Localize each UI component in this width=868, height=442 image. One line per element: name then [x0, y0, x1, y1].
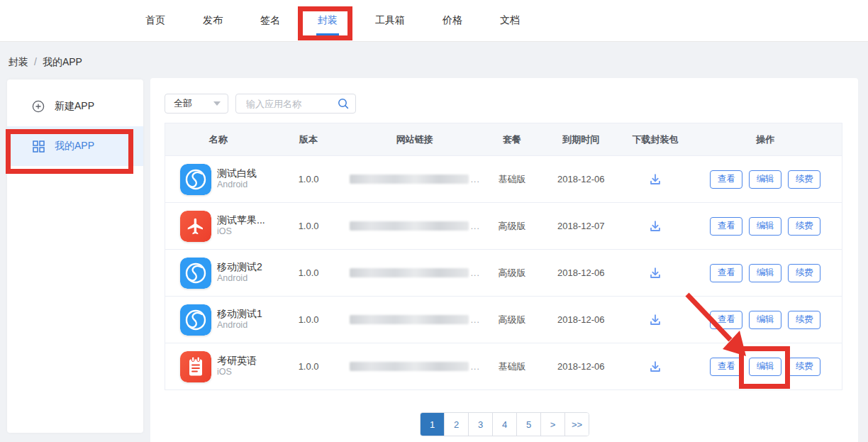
sidebar-item-label: 新建APP: [55, 100, 94, 113]
table-row: 移动测试1 Android 1.0.0 ... 高级版 2018-12-06 查…: [165, 297, 842, 343]
nav-item-sign[interactable]: 签名: [260, 10, 280, 31]
nav-item-toolbox[interactable]: 工具箱: [375, 10, 405, 31]
expiry-date: 2018-12-06: [540, 174, 622, 184]
nav-item-home[interactable]: 首页: [145, 10, 165, 31]
main-panel: 全部 名称 版本 网站链接 套餐 到期时间 下载封装包 操作: [150, 78, 858, 442]
app-platform: iOS: [217, 367, 257, 378]
col-header-version: 版本: [272, 133, 346, 146]
notepad-app-icon: [180, 351, 211, 382]
download-icon[interactable]: [647, 265, 664, 282]
s-logo-app-icon: [180, 258, 211, 289]
app-version: 1.0.0: [272, 174, 346, 184]
edit-button[interactable]: 编辑: [749, 311, 781, 329]
nav-item-publish[interactable]: 发布: [203, 10, 223, 31]
renew-button[interactable]: 续费: [788, 358, 820, 376]
search-box: [235, 94, 356, 114]
download-icon[interactable]: [647, 311, 664, 328]
app-name: 移动测试2: [217, 261, 262, 274]
table-row: 测试苹果... iOS 1.0.0 ... 高级版 2018-12-07 查看 …: [165, 203, 842, 250]
website-link-redacted: ...: [346, 315, 484, 325]
expiry-date: 2018-12-06: [540, 267, 622, 278]
app-platform: iOS: [217, 226, 265, 238]
page-next[interactable]: >: [541, 413, 565, 436]
plan-label: 高级版: [484, 314, 540, 326]
website-link-redacted: ...: [346, 362, 484, 372]
page-3[interactable]: 3: [469, 413, 493, 436]
app-name: 移动测试1: [217, 308, 262, 321]
breadcrumb-separator: /: [34, 56, 37, 67]
plus-circle-icon: [32, 100, 45, 113]
col-header-plan: 套餐: [484, 133, 540, 146]
view-button[interactable]: 查看: [710, 217, 742, 236]
breadcrumb: 封装/我的APP: [9, 56, 82, 69]
app-platform: Android: [217, 320, 262, 331]
table-header: 名称 版本 网站链接 套餐 到期时间 下载封装包 操作: [165, 123, 842, 156]
category-select-value: 全部: [174, 97, 192, 110]
app-platform: Android: [217, 179, 257, 191]
app-version: 1.0.0: [272, 314, 346, 325]
breadcrumb-parent[interactable]: 封装: [9, 56, 28, 67]
edit-button[interactable]: 编辑: [749, 217, 781, 236]
plan-label: 高级版: [484, 267, 540, 280]
app-version: 1.0.0: [272, 361, 346, 372]
top-navbar: 首页 发布 签名 封装 工具箱 价格 文档: [0, 0, 868, 42]
download-icon[interactable]: [647, 218, 664, 235]
plan-label: 基础版: [484, 360, 540, 373]
expiry-date: 2018-12-06: [540, 361, 622, 372]
col-header-download: 下载封装包: [622, 133, 689, 146]
category-select[interactable]: 全部: [165, 94, 228, 114]
breadcrumb-current: 我的APP: [43, 56, 82, 67]
expiry-date: 2018-12-07: [540, 221, 622, 231]
nav-item-price[interactable]: 价格: [443, 10, 462, 31]
apps-table: 名称 版本 网站链接 套餐 到期时间 下载封装包 操作 测试白线 Android…: [165, 123, 842, 390]
page-4[interactable]: 4: [493, 413, 517, 436]
view-button[interactable]: 查看: [710, 170, 742, 189]
view-button[interactable]: 查看: [710, 311, 742, 329]
edit-button-highlighted[interactable]: 编辑: [749, 358, 781, 376]
nav-item-docs[interactable]: 文档: [500, 10, 520, 31]
sidebar-item-new-app[interactable]: 新建APP: [7, 87, 143, 126]
s-logo-app-icon: [180, 164, 211, 195]
page-2[interactable]: 2: [445, 413, 469, 436]
s-logo-app-icon: [180, 304, 211, 336]
app-version: 1.0.0: [272, 221, 346, 231]
renew-button[interactable]: 续费: [788, 217, 820, 236]
renew-button[interactable]: 续费: [788, 264, 820, 282]
edit-button[interactable]: 编辑: [749, 264, 781, 282]
search-input[interactable]: [245, 98, 337, 110]
download-icon[interactable]: [647, 358, 664, 375]
edit-button[interactable]: 编辑: [749, 170, 781, 189]
nav-menu: 首页 发布 签名 封装 工具箱 价格 文档: [0, 0, 868, 41]
website-link-redacted: ...: [346, 268, 484, 278]
col-header-name: 名称: [165, 133, 272, 146]
renew-button[interactable]: 续费: [788, 311, 820, 329]
sidebar-item-my-app[interactable]: 我的APP: [7, 126, 143, 166]
app-version: 1.0.0: [272, 267, 346, 278]
chevron-down-icon: [213, 101, 221, 106]
view-button[interactable]: 查看: [710, 358, 742, 376]
download-icon[interactable]: [647, 171, 664, 188]
app-platform: Android: [217, 273, 262, 284]
search-icon[interactable]: [337, 97, 350, 110]
filter-row: 全部: [165, 94, 356, 114]
plan-label: 基础版: [484, 173, 540, 186]
plane-app-icon: [180, 211, 211, 242]
page-5[interactable]: 5: [517, 413, 541, 436]
view-button[interactable]: 查看: [710, 264, 742, 282]
pagination: 1 2 3 4 5 > >>: [420, 412, 589, 436]
renew-button[interactable]: 续费: [788, 170, 820, 189]
sidebar: 新建APP 我的APP: [7, 79, 143, 433]
col-header-expiry: 到期时间: [540, 133, 622, 146]
table-row: 考研英语 iOS 1.0.0 ... 基础版 2018-12-06 查看 编辑 …: [165, 343, 842, 389]
page: 首页 发布 签名 封装 工具箱 价格 文档 封装/我的APP 新建APP 我的A…: [0, 0, 868, 442]
website-link-redacted: ...: [346, 221, 484, 231]
table-row: 测试白线 Android 1.0.0 ... 基础版 2018-12-06 查看…: [165, 156, 842, 203]
table-row: 移动测试2 Android 1.0.0 ... 高级版 2018-12-06 查…: [165, 250, 842, 297]
nav-item-package-active[interactable]: 封装: [318, 10, 338, 31]
page-last[interactable]: >>: [565, 413, 589, 436]
col-header-link: 网站链接: [345, 133, 484, 146]
page-1[interactable]: 1: [421, 413, 445, 436]
app-name: 测试白线: [217, 167, 257, 180]
sidebar-item-label: 我的APP: [55, 140, 94, 153]
col-header-actions: 操作: [689, 133, 842, 146]
